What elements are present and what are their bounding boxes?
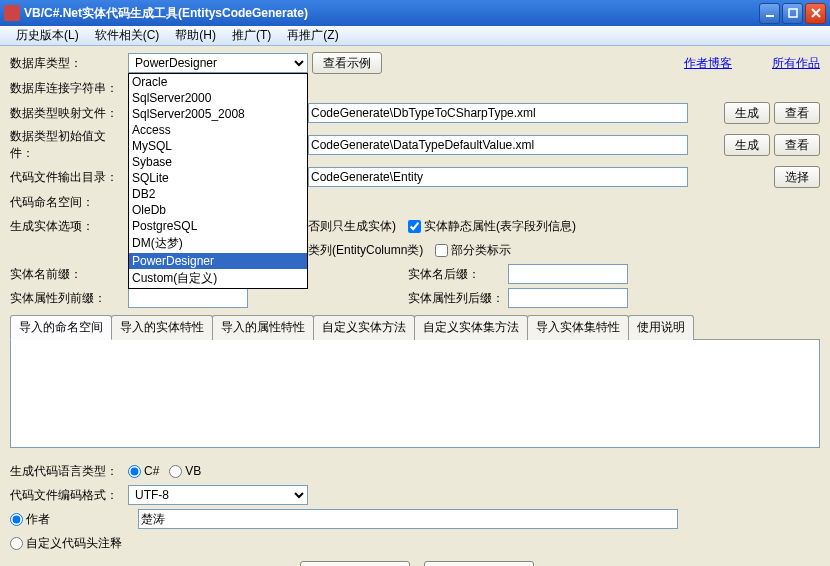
typemap-view-button[interactable]: 查看 [774,102,820,124]
propsuffix-input[interactable] [508,288,628,308]
menu-help[interactable]: 帮助(H) [167,25,224,46]
opt-onlyentity-text: 否则只生成实体) [308,218,396,235]
suffix-input[interactable] [508,264,628,284]
author-input[interactable] [138,509,678,529]
static-prop-label: 实体静态属性(表字段列信息) [424,218,576,235]
tab-6[interactable]: 使用说明 [628,315,694,340]
maximize-button[interactable] [782,3,803,24]
tab-1[interactable]: 导入的实体特性 [111,315,213,340]
label-dbtype: 数据库类型： [10,55,128,72]
label-initval: 数据类型初始值文件： [10,128,128,162]
label-encoding: 代码文件编码格式： [10,487,128,504]
encoding-select[interactable]: UTF-8 [128,485,308,505]
static-prop-checkbox[interactable] [408,220,421,233]
menubar: 历史版本(L) 软件相关(C) 帮助(H) 推广(T) 再推广(Z) [0,26,830,46]
dbtype-option[interactable]: PostgreSQL [129,218,307,234]
outdir-input[interactable] [308,167,688,187]
opt-entitycol-text: 类列(EntityColumn类) [308,242,423,259]
author-radio[interactable] [10,513,23,526]
generate-code-button[interactable]: 生成代码 [300,561,410,566]
dbtype-option[interactable]: SqlServer2000 [129,90,307,106]
tab-5[interactable]: 导入实体集特性 [527,315,629,340]
app-icon [4,5,20,21]
import-ns-textarea[interactable] [10,340,820,448]
label-propsuffix: 实体属性列后缀： [408,290,508,307]
close-button[interactable] [805,3,826,24]
partial-checkbox[interactable] [435,244,448,257]
label-suffix: 实体名后缀： [408,266,508,283]
menu-promote[interactable]: 推广(T) [224,25,279,46]
label-opts: 生成实体选项： [10,218,128,235]
label-typemap: 数据类型映射文件： [10,105,128,122]
window-title: VB/C#.Net实体代码生成工具(EntitysCodeGenerate) [24,5,759,22]
label-ns: 代码命名空间： [10,194,128,211]
author-blog-link[interactable]: 作者博客 [684,55,732,72]
propprefix-input[interactable] [128,288,248,308]
all-works-link[interactable]: 所有作品 [772,55,820,72]
dbtype-option[interactable]: SqlServer2005_2008 [129,106,307,122]
menu-software[interactable]: 软件相关(C) [87,25,168,46]
dbtype-dropdown-list: OracleSqlServer2000SqlServer2005_2008Acc… [128,73,308,289]
tab-4[interactable]: 自定义实体集方法 [414,315,528,340]
tab-2[interactable]: 导入的属性特性 [212,315,314,340]
tabs: 导入的命名空间导入的实体特性导入的属性特性自定义实体方法自定义实体集方法导入实体… [10,314,820,340]
svg-rect-1 [789,9,797,17]
typemap-gen-button[interactable]: 生成 [724,102,770,124]
tab-3[interactable]: 自定义实体方法 [313,315,415,340]
tab-0[interactable]: 导入的命名空间 [10,315,112,340]
dbtype-option[interactable]: Custom(自定义) [129,269,307,288]
initval-gen-button[interactable]: 生成 [724,134,770,156]
dbtype-option[interactable]: Access [129,122,307,138]
label-langtype: 生成代码语言类型： [10,463,128,480]
minimize-button[interactable] [759,3,780,24]
typemap-input[interactable] [308,103,688,123]
dbtype-option[interactable]: OleDb [129,202,307,218]
select-generate-button[interactable]: 选择生成 [424,561,534,566]
menu-repromote[interactable]: 再推广(Z) [279,25,346,46]
dbtype-option[interactable]: Sybase [129,154,307,170]
dbtype-option[interactable]: PowerDesigner [129,253,307,269]
dbtype-option[interactable]: Oracle [129,74,307,90]
label-propprefix: 实体属性列前缀： [10,290,128,307]
partial-label: 部分类标示 [451,242,511,259]
dbtype-option[interactable]: MySQL [129,138,307,154]
dbtype-select[interactable]: PowerDesigner [128,53,308,73]
outdir-select-button[interactable]: 选择 [774,166,820,188]
label-prefix: 实体名前缀： [10,266,128,283]
dbtype-option[interactable]: DM(达梦) [129,234,307,253]
view-sample-button[interactable]: 查看示例 [312,52,382,74]
label-outdir: 代码文件输出目录： [10,169,128,186]
customhdr-radio[interactable] [10,537,23,550]
initval-view-button[interactable]: 查看 [774,134,820,156]
lang-cs-radio[interactable] [128,465,141,478]
titlebar: VB/C#.Net实体代码生成工具(EntitysCodeGenerate) [0,0,830,26]
label-connstr: 数据库连接字符串： [10,80,128,97]
lang-vb-radio[interactable] [169,465,182,478]
menu-history[interactable]: 历史版本(L) [8,25,87,46]
dbtype-option[interactable]: SQLite [129,170,307,186]
dbtype-option[interactable]: DB2 [129,186,307,202]
initval-input[interactable] [308,135,688,155]
